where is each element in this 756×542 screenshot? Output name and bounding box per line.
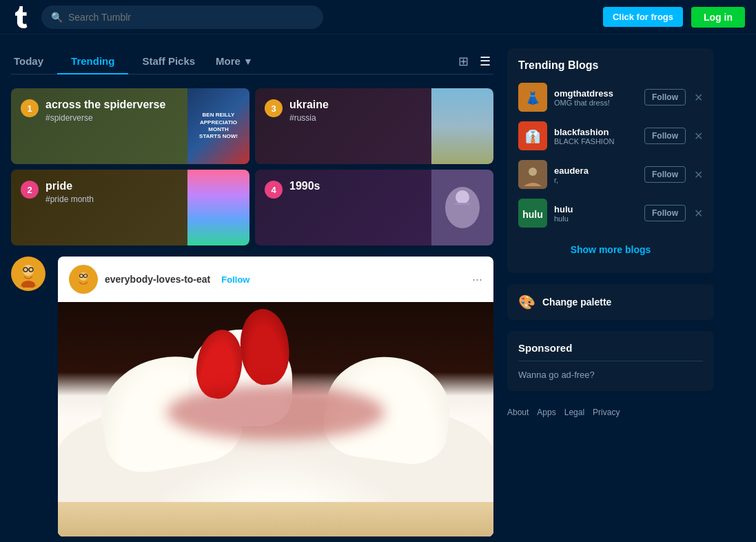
blog-name-eaudera: eaudera	[554, 165, 637, 176]
footer-link-about[interactable]: About	[507, 408, 529, 417]
follow-button-eaudera[interactable]: Follow	[644, 166, 686, 183]
blog-desc-omgthatdress: OMG that dress!	[554, 99, 637, 107]
blog-avatar-eaudera	[518, 160, 547, 189]
trend-image-ukraine	[431, 88, 493, 164]
search-input[interactable]	[68, 12, 314, 23]
footer-link-privacy[interactable]: Privacy	[593, 408, 620, 417]
trending-grid: 1 across the spiderverse #spiderverse BE…	[11, 88, 493, 245]
blog-info-eaudera: eaudera r,	[554, 165, 637, 184]
footer-link-apps[interactable]: Apps	[537, 408, 555, 417]
chevron-down-icon: ▼	[243, 56, 253, 67]
sidebar: Trending Blogs 👗 omgthatdress OMG that d…	[507, 48, 714, 536]
dismiss-blog-omgthatdress[interactable]: ✕	[694, 91, 703, 104]
sponsored-box: Sponsored Wanna go ad-free?	[507, 331, 714, 391]
post-user-avatar-outer	[11, 257, 45, 291]
svg-point-4	[23, 265, 34, 276]
grid-view-icon[interactable]: ⊞	[456, 51, 471, 72]
blog-item-blackfashion: 👔 blackfashion BLACK FASHION Follow ✕	[518, 121, 703, 150]
dismiss-blog-eaudera[interactable]: ✕	[694, 168, 703, 181]
tab-more-label: More	[216, 55, 241, 67]
trend-image-spiderverse: BEN REILLYAPPRECIATIOMONTHSTARTS NOW!	[187, 88, 249, 164]
svg-text:👔: 👔	[525, 129, 541, 144]
blog-desc-hulu: hulu	[554, 214, 637, 223]
footer-link-legal[interactable]: Legal	[564, 408, 584, 417]
list-view-icon[interactable]: ☰	[477, 51, 493, 72]
tumblr-logo[interactable]	[11, 6, 33, 28]
trend-image-1990s	[431, 170, 493, 245]
post-username: everybody-loves-to-eat	[105, 274, 210, 285]
blog-item-omgthatdress: 👗 omgthatdress OMG that dress! Follow ✕	[518, 83, 703, 112]
trend-card-4[interactable]: 4 1990s	[255, 170, 493, 245]
post-follow-button[interactable]: Follow	[221, 274, 249, 285]
blog-info-blackfashion: blackfashion BLACK FASHION	[554, 127, 637, 145]
trending-blogs-box: Trending Blogs 👗 omgthatdress OMG that d…	[507, 48, 714, 273]
sponsored-text: Wanna go ad-free?	[518, 370, 703, 380]
trend-rank-4: 4	[265, 181, 283, 199]
dismiss-blog-hulu[interactable]: ✕	[694, 207, 703, 220]
post-options-button[interactable]: ···	[472, 272, 482, 287]
header: 🔍 Click for frogs Log in	[0, 0, 756, 34]
tab-today[interactable]: Today	[11, 48, 57, 74]
svg-point-10	[79, 272, 88, 281]
trend-rank-2: 2	[21, 181, 39, 199]
sponsored-title: Sponsored	[518, 342, 703, 361]
content-area: Today Trending Staff Picks More ▼ ⊞ ☰ 1 …	[11, 48, 493, 536]
trend-rank-3: 3	[265, 99, 283, 117]
tabs-nav: Today Trending Staff Picks More ▼ ⊞ ☰	[11, 48, 493, 74]
tab-staff-picks[interactable]: Staff Picks	[128, 48, 209, 74]
svg-point-1	[456, 190, 469, 204]
palette-icon: 🎨	[518, 294, 535, 310]
post-outer: everybody-loves-to-eat Follow ···	[11, 257, 493, 536]
show-more-blogs-button[interactable]: Show more blogs	[518, 237, 703, 262]
svg-rect-2	[454, 203, 471, 205]
blog-name-omgthatdress: omgthatdress	[554, 88, 637, 99]
blog-info-omgthatdress: omgthatdress OMG that dress!	[554, 88, 637, 107]
tab-trending[interactable]: Trending	[57, 48, 128, 74]
trend-rank-1: 1	[21, 99, 39, 117]
dismiss-blog-blackfashion[interactable]: ✕	[694, 130, 703, 143]
blog-desc-eaudera: r,	[554, 176, 637, 184]
trend-card-1[interactable]: 1 across the spiderverse #spiderverse BE…	[11, 88, 249, 164]
blog-avatar-omgthatdress: 👗	[518, 83, 547, 112]
search-icon: 🔍	[51, 12, 63, 23]
blog-avatar-hulu: hulu	[518, 199, 547, 228]
blog-desc-blackfashion: BLACK FASHION	[554, 137, 637, 145]
follow-button-hulu[interactable]: Follow	[644, 205, 686, 221]
change-palette-box[interactable]: 🎨 Change palette	[507, 284, 714, 320]
tab-more[interactable]: More ▼	[209, 48, 260, 74]
svg-text:👗: 👗	[525, 90, 541, 106]
trend-card-2[interactable]: 2 pride #pride month	[11, 170, 249, 245]
trend-image-pride	[187, 170, 249, 245]
blog-info-hulu: hulu hulu	[554, 204, 637, 223]
blog-item-hulu: hulu hulu hulu Follow ✕	[518, 199, 703, 228]
tabs-view-controls: ⊞ ☰	[456, 51, 493, 72]
blog-name-hulu: hulu	[554, 204, 637, 214]
blog-name-blackfashion: blackfashion	[554, 127, 637, 137]
trend-card-3[interactable]: 3 ukraine #russia	[255, 88, 493, 164]
follow-button-blackfashion[interactable]: Follow	[644, 128, 686, 144]
svg-point-18	[529, 168, 537, 176]
post-avatar	[69, 265, 98, 294]
blog-avatar-blackfashion: 👔	[518, 121, 547, 150]
post-card: everybody-loves-to-eat Follow ···	[58, 257, 493, 536]
search-bar[interactable]: 🔍	[41, 6, 323, 29]
post-image	[58, 302, 493, 536]
main-layout: Today Trending Staff Picks More ▼ ⊞ ☰ 1 …	[0, 34, 756, 536]
palette-label: Change palette	[542, 297, 611, 308]
svg-text:hulu: hulu	[522, 209, 543, 220]
footer-links: About Apps Legal Privacy	[507, 402, 714, 423]
follow-button-omgthatdress[interactable]: Follow	[644, 89, 686, 106]
trending-blogs-title: Trending Blogs	[518, 59, 703, 72]
post-header: everybody-loves-to-eat Follow ···	[58, 257, 493, 302]
login-button[interactable]: Log in	[691, 7, 745, 28]
click-for-frogs-button[interactable]: Click for frogs	[603, 7, 683, 27]
blog-item-eaudera: eaudera r, Follow ✕	[518, 160, 703, 189]
